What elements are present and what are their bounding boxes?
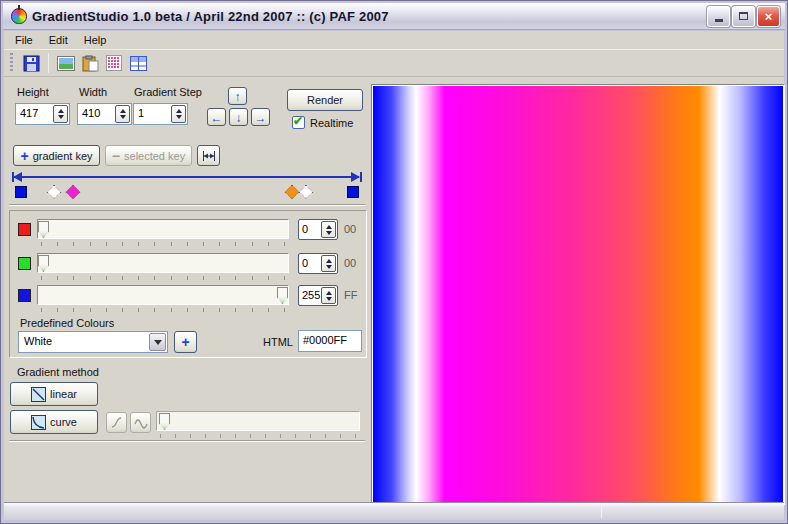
- gradient-key-markers: [12, 182, 362, 204]
- toolbar: [4, 49, 784, 77]
- chevron-down-icon: [154, 340, 162, 345]
- minimize-button[interactable]: [707, 6, 730, 27]
- menu-help[interactable]: Help: [76, 32, 115, 48]
- width-input[interactable]: 410: [77, 103, 132, 125]
- image-icon: [57, 56, 75, 71]
- red-value-spinner[interactable]: [321, 221, 336, 238]
- blue-slider-ticks: [41, 308, 285, 312]
- s-curve-icon: [110, 416, 123, 429]
- height-label: Height: [17, 86, 49, 98]
- linear-method-button[interactable]: linear: [10, 382, 98, 406]
- gradient-preview[interactable]: [373, 86, 783, 503]
- separator-line: [9, 440, 365, 442]
- blue-value-spinner[interactable]: [321, 287, 336, 304]
- key-track-right-end: [360, 172, 362, 182]
- green-swatch: [18, 257, 31, 270]
- paste-button[interactable]: [78, 52, 102, 74]
- green-value-spinner[interactable]: [321, 255, 336, 272]
- blue-slider-thumb[interactable]: [277, 287, 288, 304]
- blue-value-input[interactable]: 255: [298, 285, 338, 306]
- wave-curve-icon: [134, 416, 148, 429]
- green-value-input[interactable]: 0: [298, 253, 338, 274]
- menu-bar: File Edit Help: [4, 31, 784, 49]
- app-window: GradientStudio 1.0 beta / April 22nd 200…: [0, 0, 788, 524]
- predefined-colours-value: White: [19, 332, 148, 352]
- curve-method-icon: [31, 415, 46, 430]
- gradient-key-marker-diamond[interactable]: [47, 185, 61, 199]
- green-channel-row: 0 00: [10, 253, 366, 283]
- height-input[interactable]: 417: [15, 103, 70, 125]
- red-value-input[interactable]: 0: [298, 219, 338, 240]
- blue-channel-row: 255 FF: [10, 285, 366, 315]
- pink-grid-icon: [106, 55, 122, 71]
- green-hex-label: 00: [344, 257, 356, 269]
- red-channel-row: 0 00: [10, 219, 366, 249]
- plus-icon: +: [181, 337, 189, 347]
- gradient-key-marker-square[interactable]: [347, 186, 359, 198]
- plus-icon: +: [20, 151, 28, 161]
- gradient-key-marker-diamond[interactable]: [66, 185, 80, 199]
- curve-slider-ticks: [160, 434, 356, 438]
- maximize-icon: [739, 12, 748, 20]
- remove-selected-key-button[interactable]: − selected key: [105, 145, 192, 166]
- colour-panel: 0 00 0 00: [9, 210, 367, 358]
- minimize-icon: [715, 19, 723, 22]
- curve-method-button[interactable]: curve: [10, 410, 98, 434]
- key-track-line[interactable]: [14, 176, 359, 178]
- add-colour-button[interactable]: +: [174, 331, 197, 353]
- realtime-checkbox[interactable]: [292, 116, 305, 129]
- green-slider[interactable]: [37, 253, 289, 273]
- blue-grid-icon: [130, 56, 147, 71]
- green-slider-ticks: [41, 276, 285, 280]
- minus-icon: −: [112, 151, 120, 161]
- render-button[interactable]: Render: [287, 89, 363, 111]
- window-title: GradientStudio 1.0 beta / April 22nd 200…: [32, 9, 707, 24]
- close-button[interactable]: ×: [757, 6, 780, 27]
- html-colour-input[interactable]: #0000FF: [298, 330, 362, 352]
- toolbar-separator: [48, 53, 49, 73]
- blue-hex-label: FF: [344, 289, 357, 301]
- red-slider-ticks: [41, 242, 285, 246]
- shift-down-button[interactable]: ↓: [229, 108, 248, 126]
- menu-edit[interactable]: Edit: [41, 32, 76, 48]
- save-button[interactable]: [19, 52, 43, 74]
- gradient-key-marker-diamond[interactable]: [285, 185, 299, 199]
- blue-slider[interactable]: [37, 285, 289, 305]
- height-spinner[interactable]: [53, 105, 68, 123]
- shift-left-button[interactable]: ←: [207, 108, 226, 126]
- image-button[interactable]: [54, 52, 78, 74]
- save-icon: [23, 55, 40, 72]
- table-grid-button[interactable]: [126, 52, 150, 74]
- status-left: [4, 503, 601, 520]
- status-bar: [4, 502, 784, 520]
- curve-amount-thumb[interactable]: [159, 413, 170, 430]
- gradient-method-label: Gradient method: [17, 366, 99, 378]
- add-gradient-key-button[interactable]: + gradient key: [13, 145, 100, 166]
- shift-up-button[interactable]: ↑: [228, 87, 247, 105]
- gradient-step-input[interactable]: 1: [133, 103, 188, 125]
- separator-line: [9, 204, 365, 206]
- paste-icon: [82, 55, 99, 72]
- wave-curve-button[interactable]: [130, 412, 151, 433]
- predefined-colours-select[interactable]: White: [18, 331, 168, 353]
- shift-right-button[interactable]: →: [251, 108, 270, 126]
- predefined-colours-label: Predefined Colours: [20, 317, 114, 329]
- red-slider[interactable]: [37, 219, 289, 239]
- gradient-step-spinner[interactable]: [171, 105, 186, 123]
- distribute-keys-button[interactable]: [197, 145, 220, 166]
- combo-dropdown-button[interactable]: [149, 333, 166, 351]
- title-bar: GradientStudio 1.0 beta / April 22nd 200…: [3, 3, 785, 30]
- curve-amount-slider[interactable]: [156, 411, 360, 431]
- width-spinner[interactable]: [115, 105, 130, 123]
- palette-grid-button[interactable]: [102, 52, 126, 74]
- toolbar-grip[interactable]: [10, 53, 13, 73]
- red-slider-thumb[interactable]: [38, 221, 49, 238]
- green-slider-thumb[interactable]: [38, 255, 49, 272]
- gradient-key-marker-square[interactable]: [15, 186, 27, 198]
- gradient-key-marker-diamond[interactable]: [299, 185, 313, 199]
- linear-method-icon: [31, 387, 46, 402]
- menu-file[interactable]: File: [7, 32, 41, 48]
- maximize-button[interactable]: [732, 6, 755, 27]
- s-curve-button[interactable]: [106, 412, 127, 433]
- preview-frame: [371, 84, 785, 505]
